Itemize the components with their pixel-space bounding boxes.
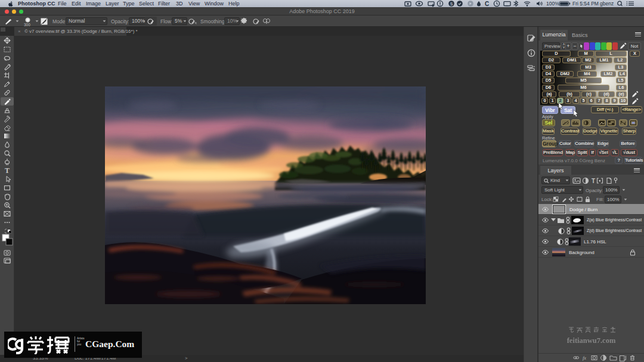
svg-text:C: C bbox=[485, 1, 489, 7]
svg-text:Fri 5:54 PM: Fri 5:54 PM bbox=[572, 1, 599, 7]
svg-text:T: T bbox=[592, 178, 595, 184]
svg-text:S: S bbox=[450, 2, 453, 6]
svg-text:100%: 100% bbox=[546, 1, 559, 7]
svg-text:fx: fx bbox=[583, 355, 586, 361]
svg-text:T: T bbox=[5, 166, 10, 175]
svg-text:gbenz: gbenz bbox=[600, 1, 614, 7]
